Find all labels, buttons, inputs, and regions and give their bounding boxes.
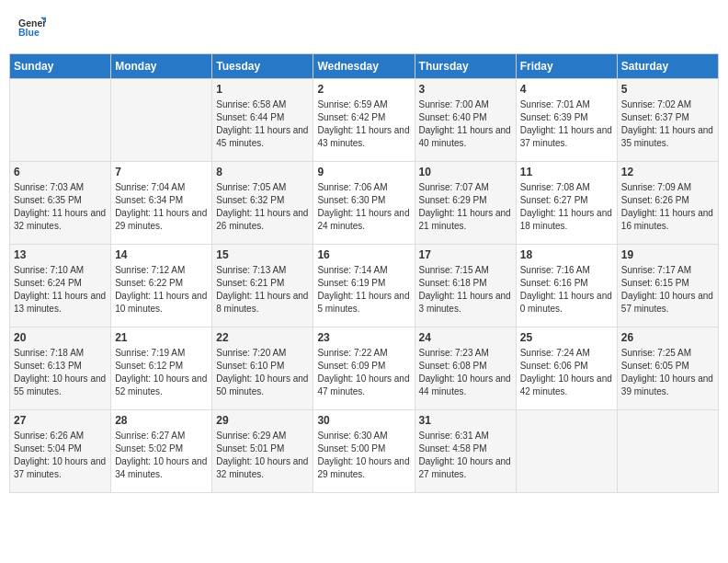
day-number: 25	[520, 331, 613, 344]
day-info: Sunrise: 7:13 AM Sunset: 6:21 PM Dayligh…	[216, 264, 309, 316]
day-info: Sunrise: 7:09 AM Sunset: 6:26 PM Dayligh…	[621, 181, 714, 233]
day-number: 18	[520, 248, 613, 261]
day-info: Sunrise: 7:25 AM Sunset: 6:05 PM Dayligh…	[621, 347, 714, 398]
day-info: Sunrise: 7:02 AM Sunset: 6:37 PM Dayligh…	[621, 98, 714, 150]
calendar-cell: 23Sunrise: 7:22 AM Sunset: 6:09 PM Dayli…	[313, 327, 415, 410]
day-number: 28	[115, 414, 208, 427]
calendar-cell: 29Sunrise: 6:29 AM Sunset: 5:01 PM Dayli…	[212, 410, 313, 493]
day-number: 5	[621, 83, 714, 96]
day-of-week-header: Thursday	[415, 54, 516, 79]
day-number: 14	[115, 248, 208, 261]
day-of-week-header: Sunday	[10, 54, 111, 79]
day-number: 27	[14, 414, 107, 427]
day-info: Sunrise: 6:59 AM Sunset: 6:42 PM Dayligh…	[317, 98, 410, 150]
day-info: Sunrise: 7:08 AM Sunset: 6:27 PM Dayligh…	[520, 181, 613, 233]
day-info: Sunrise: 7:17 AM Sunset: 6:15 PM Dayligh…	[621, 264, 714, 316]
day-number: 24	[419, 331, 512, 344]
day-number: 30	[317, 414, 410, 427]
day-of-week-header: Monday	[111, 54, 212, 79]
calendar-cell: 9Sunrise: 7:06 AM Sunset: 6:30 PM Daylig…	[313, 162, 415, 245]
calendar-table: SundayMondayTuesdayWednesdayThursdayFrid…	[9, 53, 719, 493]
day-number: 3	[419, 83, 512, 96]
calendar-cell: 15Sunrise: 7:13 AM Sunset: 6:21 PM Dayli…	[212, 245, 313, 327]
day-number: 4	[520, 83, 613, 96]
calendar-cell: 28Sunrise: 6:27 AM Sunset: 5:02 PM Dayli…	[111, 410, 212, 493]
day-info: Sunrise: 7:16 AM Sunset: 6:16 PM Dayligh…	[520, 264, 613, 316]
calendar-cell: 14Sunrise: 7:12 AM Sunset: 6:22 PM Dayli…	[111, 245, 212, 327]
day-of-week-header: Friday	[516, 54, 617, 79]
calendar-cell: 19Sunrise: 7:17 AM Sunset: 6:15 PM Dayli…	[617, 245, 718, 327]
day-number: 11	[520, 166, 613, 178]
day-number: 16	[317, 248, 410, 261]
calendar-cell: 17Sunrise: 7:15 AM Sunset: 6:18 PM Dayli…	[415, 245, 516, 327]
calendar-cell: 25Sunrise: 7:24 AM Sunset: 6:06 PM Dayli…	[516, 327, 617, 410]
day-number: 23	[317, 331, 410, 344]
calendar-cell: 31Sunrise: 6:31 AM Sunset: 4:58 PM Dayli…	[415, 410, 516, 493]
day-of-week-header: Tuesday	[212, 54, 313, 79]
day-number: 6	[14, 166, 107, 178]
calendar-cell: 26Sunrise: 7:25 AM Sunset: 6:05 PM Dayli…	[617, 327, 718, 410]
day-number: 26	[621, 331, 714, 344]
day-info: Sunrise: 7:00 AM Sunset: 6:40 PM Dayligh…	[419, 98, 512, 150]
calendar-cell	[516, 410, 617, 493]
day-info: Sunrise: 7:15 AM Sunset: 6:18 PM Dayligh…	[419, 264, 512, 316]
logo: General Blue	[18, 14, 46, 41]
day-info: Sunrise: 7:20 AM Sunset: 6:10 PM Dayligh…	[216, 347, 309, 398]
day-info: Sunrise: 7:04 AM Sunset: 6:34 PM Dayligh…	[115, 181, 208, 233]
calendar-cell: 8Sunrise: 7:05 AM Sunset: 6:32 PM Daylig…	[212, 162, 313, 245]
calendar-cell: 3Sunrise: 7:00 AM Sunset: 6:40 PM Daylig…	[415, 79, 516, 162]
day-number: 17	[419, 248, 512, 261]
day-number: 20	[14, 331, 107, 344]
calendar-cell: 16Sunrise: 7:14 AM Sunset: 6:19 PM Dayli…	[313, 245, 415, 327]
day-number: 15	[216, 248, 309, 261]
day-number: 21	[115, 331, 208, 344]
logo-icon: General Blue	[18, 14, 46, 41]
day-number: 29	[216, 414, 309, 427]
day-info: Sunrise: 7:06 AM Sunset: 6:30 PM Dayligh…	[317, 181, 410, 233]
day-info: Sunrise: 7:01 AM Sunset: 6:39 PM Dayligh…	[520, 98, 613, 150]
calendar-cell: 4Sunrise: 7:01 AM Sunset: 6:39 PM Daylig…	[516, 79, 617, 162]
calendar-cell: 30Sunrise: 6:30 AM Sunset: 5:00 PM Dayli…	[313, 410, 415, 493]
calendar-cell: 2Sunrise: 6:59 AM Sunset: 6:42 PM Daylig…	[313, 79, 415, 162]
calendar-week-row: 1Sunrise: 6:58 AM Sunset: 6:44 PM Daylig…	[10, 79, 719, 162]
day-of-week-header: Saturday	[617, 54, 718, 79]
calendar-cell: 24Sunrise: 7:23 AM Sunset: 6:08 PM Dayli…	[415, 327, 516, 410]
day-info: Sunrise: 6:26 AM Sunset: 5:04 PM Dayligh…	[14, 430, 107, 481]
calendar-cell	[10, 79, 111, 162]
calendar-cell	[111, 79, 212, 162]
day-info: Sunrise: 6:29 AM Sunset: 5:01 PM Dayligh…	[216, 430, 309, 481]
day-number: 2	[317, 83, 410, 96]
day-info: Sunrise: 7:22 AM Sunset: 6:09 PM Dayligh…	[317, 347, 410, 398]
day-number: 8	[216, 166, 309, 178]
day-number: 12	[621, 166, 714, 178]
day-info: Sunrise: 7:23 AM Sunset: 6:08 PM Dayligh…	[419, 347, 512, 398]
day-info: Sunrise: 6:31 AM Sunset: 4:58 PM Dayligh…	[419, 430, 512, 481]
calendar-cell: 10Sunrise: 7:07 AM Sunset: 6:29 PM Dayli…	[415, 162, 516, 245]
day-info: Sunrise: 7:12 AM Sunset: 6:22 PM Dayligh…	[115, 264, 208, 316]
day-of-week-header: Wednesday	[313, 54, 415, 79]
day-number: 7	[115, 166, 208, 178]
calendar-cell	[617, 410, 718, 493]
calendar-cell: 1Sunrise: 6:58 AM Sunset: 6:44 PM Daylig…	[212, 79, 313, 162]
day-number: 1	[216, 83, 309, 96]
calendar-cell: 13Sunrise: 7:10 AM Sunset: 6:24 PM Dayli…	[10, 245, 111, 327]
day-info: Sunrise: 7:07 AM Sunset: 6:29 PM Dayligh…	[419, 181, 512, 233]
calendar-cell: 12Sunrise: 7:09 AM Sunset: 6:26 PM Dayli…	[617, 162, 718, 245]
calendar-week-row: 27Sunrise: 6:26 AM Sunset: 5:04 PM Dayli…	[10, 410, 719, 493]
calendar-cell: 27Sunrise: 6:26 AM Sunset: 5:04 PM Dayli…	[10, 410, 111, 493]
day-info: Sunrise: 7:19 AM Sunset: 6:12 PM Dayligh…	[115, 347, 208, 398]
day-info: Sunrise: 7:10 AM Sunset: 6:24 PM Dayligh…	[14, 264, 107, 316]
calendar-cell: 18Sunrise: 7:16 AM Sunset: 6:16 PM Dayli…	[516, 245, 617, 327]
day-info: Sunrise: 6:30 AM Sunset: 5:00 PM Dayligh…	[317, 430, 410, 481]
day-info: Sunrise: 6:27 AM Sunset: 5:02 PM Dayligh…	[115, 430, 208, 481]
day-number: 13	[14, 248, 107, 261]
calendar-header-row: SundayMondayTuesdayWednesdayThursdayFrid…	[10, 54, 719, 79]
day-number: 10	[419, 166, 512, 178]
calendar-cell: 20Sunrise: 7:18 AM Sunset: 6:13 PM Dayli…	[10, 327, 111, 410]
calendar-week-row: 6Sunrise: 7:03 AM Sunset: 6:35 PM Daylig…	[10, 162, 719, 245]
day-number: 22	[216, 331, 309, 344]
calendar-cell: 7Sunrise: 7:04 AM Sunset: 6:34 PM Daylig…	[111, 162, 212, 245]
day-info: Sunrise: 7:05 AM Sunset: 6:32 PM Dayligh…	[216, 181, 309, 233]
day-info: Sunrise: 7:18 AM Sunset: 6:13 PM Dayligh…	[14, 347, 107, 398]
day-info: Sunrise: 7:03 AM Sunset: 6:35 PM Dayligh…	[14, 181, 107, 233]
